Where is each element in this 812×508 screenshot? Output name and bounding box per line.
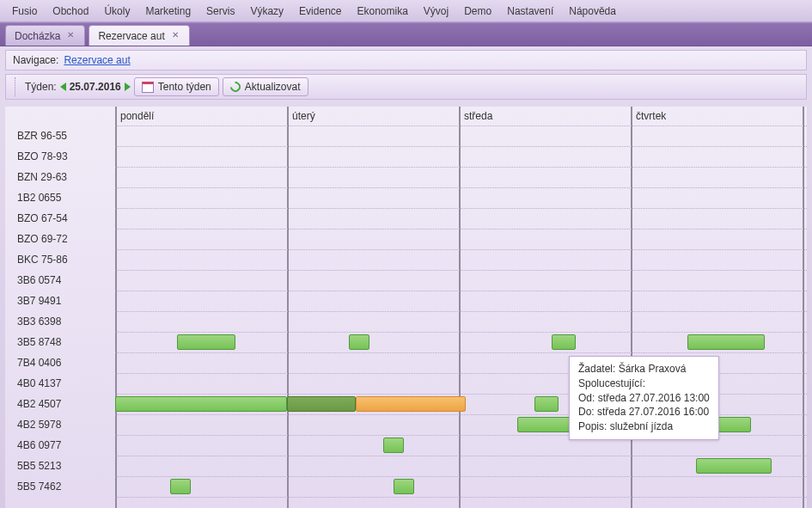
reservation-bar[interactable] xyxy=(115,396,287,412)
row-separator xyxy=(115,476,807,477)
refresh-label: Aktualizovat xyxy=(245,81,301,93)
vehicle-row-label[interactable]: 4B6 0977 xyxy=(5,435,115,456)
day-header: pondělí xyxy=(120,107,154,125)
breadcrumb: Navigace: Rezervace aut xyxy=(5,50,807,70)
menu-item-ekonomika[interactable]: Ekonomika xyxy=(350,3,414,19)
reservation-bar[interactable] xyxy=(687,334,765,350)
reservation-bar[interactable] xyxy=(170,479,191,494)
tab-rezervace-aut[interactable]: Rezervace aut✕ xyxy=(89,25,189,46)
vehicle-row-label[interactable]: 4B2 5978 xyxy=(5,414,115,435)
row-separator xyxy=(115,456,807,456)
row-separator xyxy=(115,311,807,312)
toolbar-grip xyxy=(15,77,20,96)
tooltip-line: Žadatel: Šárka Praxová xyxy=(578,362,710,376)
calendar-icon xyxy=(142,82,154,93)
week-date[interactable]: 25.07.2016 xyxy=(70,81,121,93)
menu-item-demo[interactable]: Demo xyxy=(457,3,498,19)
reservation-tooltip: Žadatel: Šárka PraxováSpolucestující:Od:… xyxy=(569,356,719,440)
menu-item-evidence[interactable]: Evidence xyxy=(292,3,348,19)
day-header: středa xyxy=(464,107,492,125)
menu-item-nápověda[interactable]: Nápověda xyxy=(562,3,623,19)
vehicle-row-label[interactable]: 1B2 0655 xyxy=(5,187,115,208)
this-week-button[interactable]: Tento týden xyxy=(134,77,219,96)
menu-item-úkoly[interactable]: Úkoly xyxy=(97,3,137,19)
row-separator xyxy=(115,332,807,333)
menu-item-fusio[interactable]: Fusio xyxy=(5,3,44,19)
vehicle-row-label[interactable]: BZO 69-72 xyxy=(5,229,115,249)
week-label: Týden: xyxy=(25,81,57,93)
menu-item-marketing[interactable]: Marketing xyxy=(138,3,198,19)
row-separator xyxy=(115,229,807,230)
row-separator xyxy=(115,270,807,271)
menu-item-servis[interactable]: Servis xyxy=(199,3,241,19)
vehicle-row-label[interactable]: BZR 96-55 xyxy=(5,125,115,146)
row-separator xyxy=(115,125,807,126)
vehicle-row-label[interactable]: BKC 75-86 xyxy=(5,249,115,270)
reservation-bar[interactable] xyxy=(349,334,369,350)
vehicle-row-label[interactable]: BZO 67-54 xyxy=(5,208,115,229)
reservation-bar[interactable] xyxy=(394,479,414,494)
tab-row: Docházka✕Rezervace aut✕ xyxy=(0,22,812,46)
reservation-bar[interactable] xyxy=(356,396,466,412)
reservation-bar[interactable] xyxy=(534,396,559,412)
row-separator xyxy=(115,187,807,188)
vehicle-row-label[interactable]: 3B3 6398 xyxy=(5,311,115,332)
vehicle-row-label[interactable]: 3B7 9491 xyxy=(5,291,115,311)
reservation-grid: BZR 96-55BZO 78-93BZN 29-631B2 0655BZO 6… xyxy=(5,107,807,508)
vehicle-row-label[interactable]: BZO 78-93 xyxy=(5,146,115,167)
vehicle-row-label[interactable]: 5B5 7462 xyxy=(5,476,115,497)
vehicle-row-label[interactable]: 7B4 0406 xyxy=(5,352,115,373)
row-separator xyxy=(115,167,807,168)
row-labels: BZR 96-55BZO 78-93BZN 29-631B2 0655BZO 6… xyxy=(5,125,115,497)
day-header: čtvrtek xyxy=(636,107,666,125)
tab-docházka[interactable]: Docházka✕ xyxy=(5,25,85,46)
reservation-bar[interactable] xyxy=(696,458,772,474)
breadcrumb-link[interactable]: Rezervace aut xyxy=(64,54,130,66)
vehicle-row-label[interactable]: BZN 29-63 xyxy=(5,167,115,187)
row-separator xyxy=(115,249,807,250)
tooltip-line: Od: středa 27.07.2016 13:00 xyxy=(578,391,710,406)
this-week-label: Tento týden xyxy=(158,81,211,93)
toolbar: Týden: 25.07.2016 Tento týden Aktualizov… xyxy=(5,74,807,100)
grid-body[interactable]: pondělíúterýstředačtvrtekŽadatel: Šárka … xyxy=(115,107,807,508)
refresh-icon xyxy=(228,80,242,95)
menubar: FusioObchodÚkolyMarketingServisVýkazyEvi… xyxy=(0,0,812,22)
menu-item-výkazy[interactable]: Výkazy xyxy=(243,3,290,19)
breadcrumb-label: Navigace: xyxy=(13,54,58,66)
next-week-icon[interactable] xyxy=(125,83,131,91)
vehicle-row-label[interactable]: 3B5 8748 xyxy=(5,332,115,352)
tooltip-line: Popis: služební jízda xyxy=(578,419,710,434)
menu-item-vývoj[interactable]: Vývoj xyxy=(417,3,455,19)
reservation-bar[interactable] xyxy=(383,438,404,453)
tooltip-line: Do: středa 27.07.2016 16:00 xyxy=(578,405,710,419)
vehicle-row-label[interactable]: 3B6 0574 xyxy=(5,270,115,291)
prev-week-icon[interactable] xyxy=(60,83,66,91)
reservation-bar[interactable] xyxy=(287,396,356,412)
reservation-bar[interactable] xyxy=(552,334,576,350)
row-separator xyxy=(115,208,807,209)
tooltip-line: Spolucestující: xyxy=(578,376,710,391)
close-icon[interactable]: ✕ xyxy=(65,31,76,41)
reservation-bar[interactable] xyxy=(177,334,235,350)
close-icon[interactable]: ✕ xyxy=(170,31,180,41)
vehicle-row-label[interactable]: 5B5 5213 xyxy=(5,456,115,476)
row-separator xyxy=(115,146,807,147)
vehicle-row-label[interactable]: 4B2 4507 xyxy=(5,394,115,414)
vehicle-row-label[interactable]: 4B0 4137 xyxy=(5,373,115,394)
menu-item-nastavení[interactable]: Nastavení xyxy=(500,3,560,19)
menu-item-obchod[interactable]: Obchod xyxy=(46,3,95,19)
row-separator xyxy=(115,497,807,498)
tab-label: Docházka xyxy=(15,30,60,42)
tab-label: Rezervace aut xyxy=(98,30,164,42)
refresh-button[interactable]: Aktualizovat xyxy=(223,77,308,96)
day-header: úterý xyxy=(292,107,315,125)
row-separator xyxy=(115,291,807,291)
row-separator xyxy=(115,352,807,353)
